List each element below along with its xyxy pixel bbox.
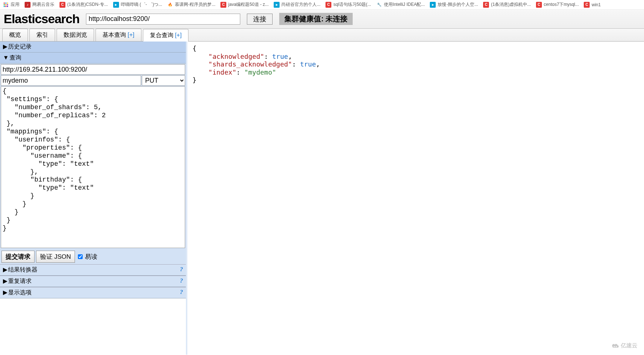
- bookmark-label: java编程题50道 - z...: [228, 1, 269, 8]
- tab-label: 复合查询: [150, 32, 173, 38]
- bookmark-label: 慕课网-程序员的梦...: [175, 1, 215, 8]
- apps-button[interactable]: 应用: [3, 1, 19, 8]
- watermark-text: 亿速云: [621, 342, 637, 349]
- favicon-icon: ▸: [113, 2, 119, 8]
- query-url-input[interactable]: [1, 64, 185, 75]
- favicon-icon: C: [536, 2, 542, 8]
- help-icon[interactable]: ?: [180, 277, 183, 284]
- bookmark-label: 尚硅谷官方的个人...: [281, 1, 320, 8]
- plus-icon: [+]: [127, 32, 134, 38]
- plus-icon: [+]: [175, 32, 181, 38]
- json-value: true: [272, 53, 288, 60]
- readable-label: 易读: [85, 252, 97, 261]
- favicon-icon: C: [483, 2, 489, 8]
- left-panel: ▶历史记录 ▼查询 PUT 提交请求 验证 JSON 易读 ▶结果转换器? ▶重…: [0, 42, 187, 355]
- main-split: ▶历史记录 ▼查询 PUT 提交请求 验证 JSON 易读 ▶结果转换器? ▶重…: [0, 42, 644, 355]
- triangle-right-icon: ▶: [3, 277, 7, 284]
- bookmarks-bar: 应用 ♪网易云音乐 C(1条消息)CSDN-专... ▸哔嘀哔嘀 (゜- ゜)つ…: [0, 0, 644, 10]
- watermark: 亿速云: [611, 342, 637, 349]
- triangle-right-icon: ▶: [3, 289, 7, 296]
- bookmark-label: 使用IntelliJ IDEA配...: [384, 1, 425, 8]
- connect-button[interactable]: 连接: [247, 14, 273, 25]
- tab-indices[interactable]: 索引: [29, 29, 55, 41]
- apps-label: 应用: [11, 1, 19, 8]
- tab-browse[interactable]: 数据浏览: [57, 29, 94, 41]
- tabbar: 概览 索引 数据浏览 基本查询 [+] 复合查询 [+]: [0, 29, 644, 42]
- bookmark-item[interactable]: C(1条消息)虚拟机中...: [483, 1, 531, 8]
- svg-rect-5: [7, 4, 8, 5]
- svg-rect-8: [7, 6, 8, 7]
- tab-label: 基本查询: [102, 32, 126, 38]
- svg-rect-2: [7, 3, 8, 4]
- json-value: true: [300, 60, 316, 68]
- favicon-icon: C: [325, 2, 331, 8]
- help-icon[interactable]: ?: [180, 289, 183, 295]
- query-buttons: 提交请求 验证 JSON 易读: [1, 249, 185, 264]
- bookmark-label: (1条消息)CSDN-专...: [67, 1, 108, 8]
- triangle-down-icon: ▼: [3, 54, 9, 61]
- tab-overview[interactable]: 概览: [2, 29, 28, 41]
- section-history[interactable]: ▶历史记录: [0, 42, 186, 53]
- svg-rect-7: [6, 6, 7, 7]
- bookmark-item[interactable]: Cwin1: [584, 2, 601, 8]
- help-icon[interactable]: ?: [180, 266, 183, 273]
- bookmark-label: 哔嘀哔嘀 (゜- ゜)つ...: [121, 1, 162, 8]
- es-url-input[interactable]: [86, 14, 240, 25]
- json-key: "shards_acknowledged": [208, 60, 292, 68]
- svg-rect-0: [4, 3, 5, 4]
- bookmark-item[interactable]: C(1条消息)CSDN-专...: [60, 1, 108, 8]
- favicon-icon: 🔧: [376, 2, 382, 8]
- section-transformer[interactable]: ▶结果转换器?: [0, 264, 186, 276]
- bookmark-label: (1条消息)虚拟机中...: [491, 1, 531, 8]
- validate-json-button[interactable]: 验证 JSON: [36, 251, 75, 263]
- bookmark-label: sql语句练习50题(...: [333, 1, 371, 8]
- bookmark-item[interactable]: 🔧使用IntelliJ IDEA配...: [376, 1, 425, 8]
- app-logo: Elasticsearch: [4, 12, 79, 26]
- favicon-icon: ▸: [274, 2, 280, 8]
- query-box: PUT 提交请求 验证 JSON 易读: [0, 64, 186, 264]
- bookmark-item[interactable]: ▸放慢-脚步的个人空...: [430, 1, 478, 8]
- bookmark-label: centos7下mysql...: [544, 1, 579, 8]
- triangle-right-icon: ▶: [3, 266, 7, 273]
- bookmark-item[interactable]: 🔥慕课网-程序员的梦...: [167, 1, 215, 8]
- section-label: 结果转换器: [8, 266, 37, 273]
- header: Elasticsearch 连接 集群健康值: 未连接: [0, 10, 644, 29]
- favicon-icon: 🔥: [167, 2, 173, 8]
- bookmark-item[interactable]: Cjava编程题50道 - z...: [220, 1, 269, 8]
- svg-rect-1: [6, 3, 7, 4]
- bookmark-label: 放慢-脚步的个人空...: [438, 1, 478, 8]
- readable-checkbox[interactable]: [78, 254, 83, 259]
- section-label: 重复请求: [8, 278, 32, 284]
- svg-rect-6: [4, 6, 5, 7]
- bookmark-item[interactable]: ▸哔嘀哔嘀 (゜- ゜)つ...: [113, 1, 162, 8]
- section-label: 历史记录: [8, 43, 32, 50]
- index-name-input[interactable]: [1, 75, 141, 86]
- bookmark-item[interactable]: ▸尚硅谷官方的个人...: [274, 1, 320, 8]
- bookmark-item[interactable]: Ccentos7下mysql...: [536, 1, 579, 8]
- apps-icon: [3, 2, 9, 8]
- request-body-textarea[interactable]: [1, 86, 185, 248]
- favicon-icon: C: [60, 2, 65, 8]
- bookmark-label: win1: [591, 2, 601, 7]
- favicon-icon: ▸: [430, 2, 436, 8]
- http-method-select[interactable]: PUT: [142, 75, 185, 86]
- section-query[interactable]: ▼查询: [0, 53, 186, 64]
- favicon-icon: C: [220, 2, 226, 8]
- triangle-right-icon: ▶: [3, 43, 7, 50]
- section-display[interactable]: ▶显示选项?: [0, 287, 186, 298]
- tab-basic-query[interactable]: 基本查询 [+]: [96, 29, 141, 41]
- bookmark-item[interactable]: ♪网易云音乐: [25, 1, 54, 8]
- svg-point-10: [616, 346, 617, 347]
- submit-button[interactable]: 提交请求: [1, 251, 35, 263]
- json-key: "acknowledged": [208, 53, 264, 60]
- favicon-icon: ♪: [25, 2, 30, 8]
- json-value: "mydemo": [244, 68, 276, 76]
- svg-rect-3: [4, 4, 5, 5]
- bookmark-item[interactable]: Csql语句练习50题(...: [325, 1, 371, 8]
- svg-rect-4: [6, 4, 7, 5]
- response-panel: { "acknowledged": true, "shards_acknowle…: [187, 42, 644, 355]
- tab-compound-query[interactable]: 复合查询 [+]: [143, 29, 189, 42]
- bookmark-label: 网易云音乐: [32, 1, 54, 8]
- section-repeat[interactable]: ▶重复请求?: [0, 276, 186, 287]
- section-label: 查询: [10, 54, 21, 61]
